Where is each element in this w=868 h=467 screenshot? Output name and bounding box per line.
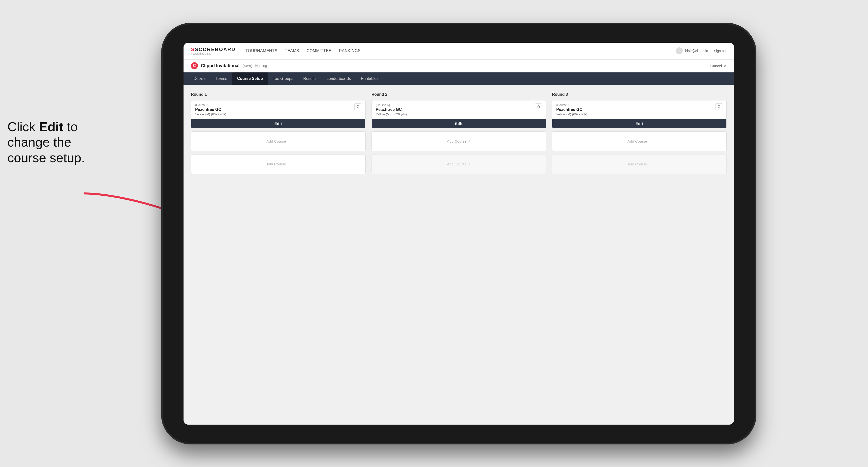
round-1-add-course-1[interactable]: Add Course + [191, 131, 366, 151]
round-2-course-card: (Course A) Peachtree GC Yellow (M) (6629… [372, 100, 546, 128]
round-3-add-course-2-disabled: Add Course + [552, 154, 726, 174]
delete-course-icon-2[interactable] [535, 103, 542, 111]
gender-label: (Men) [243, 64, 252, 68]
tab-results[interactable]: Results [298, 72, 321, 85]
course-info-3: (Course A) Peachtree GC Yellow (M) (6629… [556, 103, 715, 116]
svg-rect-12 [718, 105, 720, 106]
add-course-label-1: Add Course + [266, 138, 290, 144]
add-course-label-6: Add Course + [627, 161, 651, 167]
plus-icon-4: + [468, 161, 471, 167]
sign-out-link[interactable]: Sign out [714, 49, 726, 53]
course-label: (Course A) [195, 103, 354, 107]
clippd-logo: C [191, 62, 198, 69]
round-1-title: Round 1 [191, 92, 366, 97]
main-content: Round 1 (Course A) Peachtree GC Yellow (… [184, 85, 734, 425]
course-card-header-2: (Course A) Peachtree GC Yellow (M) (6629… [372, 100, 546, 119]
round-2-add-course-1[interactable]: Add Course + [372, 131, 546, 151]
round-2-column: Round 2 (Course A) Peachtree GC Yellow (… [372, 92, 546, 177]
nav-tournaments[interactable]: TOURNAMENTS [246, 49, 278, 53]
tab-details[interactable]: Details [188, 72, 211, 85]
user-avatar [676, 48, 683, 54]
plus-icon-1: + [287, 138, 290, 144]
tab-bar: Details Teams Course Setup Tee Groups Re… [184, 72, 734, 85]
round-2-add-course-2-disabled: Add Course + [372, 154, 546, 174]
tournament-title: C Clippd Invitational (Men) Hosting [191, 62, 710, 69]
rounds-container: Round 1 (Course A) Peachtree GC Yellow (… [191, 92, 726, 177]
svg-rect-7 [538, 105, 539, 106]
plus-icon-3: + [468, 138, 471, 144]
round-3-add-course-1[interactable]: Add Course + [552, 131, 726, 151]
tablet-device: SSCOREBOARD Powered by clippd TOURNAMENT… [161, 23, 756, 444]
add-course-label-4: Add Course + [447, 161, 471, 167]
nav-rankings[interactable]: RANKINGS [339, 49, 361, 53]
tab-course-setup[interactable]: Course Setup [232, 72, 268, 85]
logo-area: SSCOREBOARD Powered by clippd [191, 46, 236, 55]
round-3-column: Round 3 (Course A) Peachtree GC Yellow (… [552, 92, 726, 177]
course-info-2: (Course A) Peachtree GC Yellow (M) (6629… [376, 103, 535, 116]
hosting-badge: Hosting [255, 64, 267, 68]
course-details-2: Yellow (M) (6629 yds) [376, 112, 535, 116]
user-email: blair@clippd.io [685, 49, 708, 53]
course-details-3: Yellow (M) (6629 yds) [556, 112, 715, 116]
plus-icon-5: + [649, 138, 651, 144]
logo-sub: Powered by clippd [191, 52, 236, 55]
svg-rect-2 [357, 105, 359, 106]
nav-teams[interactable]: TEAMS [285, 49, 299, 53]
course-card-header: (Course A) Peachtree GC Yellow (M) (6629… [191, 100, 365, 119]
tournament-name: Clippd Invitational [201, 63, 240, 68]
tab-printables[interactable]: Printables [356, 72, 383, 85]
plus-icon-2: + [287, 161, 290, 167]
nav-links: TOURNAMENTS TEAMS COMMITTEE RANKINGS [246, 49, 676, 53]
round-1-add-course-2[interactable]: Add Course + [191, 154, 366, 174]
round-1-column: Round 1 (Course A) Peachtree GC Yellow (… [191, 92, 366, 177]
add-course-label-2: Add Course + [266, 161, 290, 167]
tab-tee-groups[interactable]: Tee Groups [268, 72, 298, 85]
round-1-edit-button[interactable]: Edit [191, 119, 365, 128]
plus-icon-6: + [649, 161, 651, 167]
tablet-screen: SSCOREBOARD Powered by clippd TOURNAMENT… [184, 43, 734, 425]
cancel-x-icon[interactable]: ✕ [723, 63, 726, 68]
delete-course-icon[interactable] [354, 103, 361, 111]
course-label-2: (Course A) [376, 103, 535, 107]
round-3-edit-button[interactable]: Edit [552, 119, 726, 128]
cancel-button[interactable]: Cancel [710, 64, 722, 68]
round-2-edit-button[interactable]: Edit [372, 119, 546, 128]
top-navigation: SSCOREBOARD Powered by clippd TOURNAMENT… [184, 43, 734, 60]
round-3-title: Round 3 [552, 92, 726, 97]
svg-rect-13 [718, 106, 720, 108]
course-details: Yellow (M) (6629 yds) [195, 112, 354, 116]
sub-header: C Clippd Invitational (Men) Hosting Canc… [184, 60, 734, 72]
svg-rect-3 [357, 106, 359, 108]
course-name-2: Peachtree GC [376, 107, 535, 112]
nav-right: blair@clippd.io | Sign out [676, 48, 726, 54]
nav-committee[interactable]: COMMITTEE [307, 49, 332, 53]
tab-leaderboards[interactable]: Leaderboards [321, 72, 356, 85]
svg-rect-8 [537, 106, 540, 108]
add-course-label-3: Add Course + [447, 138, 471, 144]
course-name-3: Peachtree GC [556, 107, 715, 112]
course-label-3: (Course A) [556, 103, 715, 107]
round-3-course-card: (Course A) Peachtree GC Yellow (M) (6629… [552, 100, 726, 128]
course-name: Peachtree GC [195, 107, 354, 112]
course-card-header-3: (Course A) Peachtree GC Yellow (M) (6629… [552, 100, 726, 119]
logo: SSCOREBOARD [191, 46, 236, 52]
tab-teams[interactable]: Teams [211, 72, 232, 85]
course-info: (Course A) Peachtree GC Yellow (M) (6629… [195, 103, 354, 116]
round-2-title: Round 2 [372, 92, 546, 97]
instruction-text: Click Edit to change the course setup. [7, 119, 92, 165]
delete-course-icon-3[interactable] [715, 103, 722, 111]
add-course-label-5: Add Course + [627, 138, 651, 144]
round-1-course-card: (Course A) Peachtree GC Yellow (M) (6629… [191, 100, 366, 128]
